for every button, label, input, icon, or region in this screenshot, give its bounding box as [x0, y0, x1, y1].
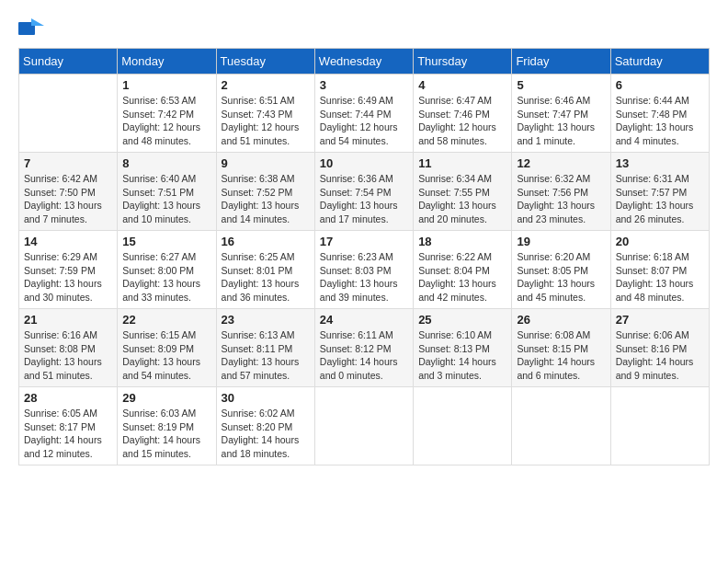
calendar-cell: 16Sunrise: 6:25 AM Sunset: 8:01 PM Dayli… — [216, 231, 314, 309]
calendar-cell: 19Sunrise: 6:20 AM Sunset: 8:05 PM Dayli… — [512, 231, 610, 309]
day-number: 27 — [616, 313, 704, 327]
calendar-cell: 25Sunrise: 6:10 AM Sunset: 8:13 PM Dayli… — [414, 309, 512, 387]
day-info: Sunrise: 6:49 AM Sunset: 7:44 PM Dayligh… — [320, 94, 408, 148]
day-number: 24 — [320, 313, 408, 327]
day-info: Sunrise: 6:06 AM Sunset: 8:16 PM Dayligh… — [616, 328, 704, 383]
calendar-cell — [314, 387, 413, 465]
calendar-cell: 23Sunrise: 6:13 AM Sunset: 8:11 PM Dayli… — [216, 309, 314, 387]
day-number: 6 — [616, 78, 704, 92]
day-number: 9 — [222, 156, 310, 170]
day-info: Sunrise: 6:08 AM Sunset: 8:15 PM Dayligh… — [517, 328, 605, 383]
logo-icon — [18, 18, 44, 39]
day-info: Sunrise: 6:29 AM Sunset: 7:59 PM Dayligh… — [24, 250, 112, 304]
day-info: Sunrise: 6:51 AM Sunset: 7:43 PM Dayligh… — [222, 94, 310, 148]
column-header-sunday: Sunday — [19, 49, 118, 75]
day-number: 23 — [222, 313, 310, 327]
day-number: 16 — [222, 235, 310, 248]
day-info: Sunrise: 6:23 AM Sunset: 8:03 PM Dayligh… — [320, 250, 408, 304]
calendar-cell: 10Sunrise: 6:36 AM Sunset: 7:54 PM Dayli… — [314, 153, 413, 231]
calendar: SundayMondayTuesdayWednesdayThursdayFrid… — [18, 48, 710, 465]
calendar-week-row: 28Sunrise: 6:05 AM Sunset: 8:17 PM Dayli… — [19, 387, 710, 465]
calendar-week-row: 14Sunrise: 6:29 AM Sunset: 7:59 PM Dayli… — [19, 231, 710, 309]
calendar-cell: 4Sunrise: 6:47 AM Sunset: 7:46 PM Daylig… — [414, 75, 512, 153]
day-info: Sunrise: 6:13 AM Sunset: 8:11 PM Dayligh… — [222, 328, 310, 383]
day-info: Sunrise: 6:27 AM Sunset: 8:00 PM Dayligh… — [122, 250, 210, 304]
calendar-cell: 7Sunrise: 6:42 AM Sunset: 7:50 PM Daylig… — [19, 153, 118, 231]
day-info: Sunrise: 6:47 AM Sunset: 7:46 PM Dayligh… — [418, 94, 506, 148]
calendar-cell: 22Sunrise: 6:15 AM Sunset: 8:09 PM Dayli… — [118, 309, 216, 387]
header — [18, 18, 710, 39]
day-number: 21 — [24, 313, 112, 327]
calendar-cell: 3Sunrise: 6:49 AM Sunset: 7:44 PM Daylig… — [314, 75, 413, 153]
day-info: Sunrise: 6:38 AM Sunset: 7:52 PM Dayligh… — [222, 172, 310, 226]
calendar-cell: 1Sunrise: 6:53 AM Sunset: 7:42 PM Daylig… — [118, 75, 216, 153]
day-number: 4 — [418, 78, 506, 92]
calendar-cell: 15Sunrise: 6:27 AM Sunset: 8:00 PM Dayli… — [118, 231, 216, 309]
calendar-cell: 8Sunrise: 6:40 AM Sunset: 7:51 PM Daylig… — [118, 153, 216, 231]
calendar-cell: 12Sunrise: 6:32 AM Sunset: 7:56 PM Dayli… — [512, 153, 610, 231]
column-header-monday: Monday — [118, 49, 216, 75]
day-info: Sunrise: 6:18 AM Sunset: 8:07 PM Dayligh… — [616, 250, 704, 304]
day-info: Sunrise: 6:03 AM Sunset: 8:19 PM Dayligh… — [122, 407, 210, 461]
day-number: 3 — [320, 78, 408, 92]
day-info: Sunrise: 6:11 AM Sunset: 8:12 PM Dayligh… — [320, 328, 408, 383]
calendar-cell: 30Sunrise: 6:02 AM Sunset: 8:20 PM Dayli… — [216, 387, 314, 465]
day-info: Sunrise: 6:16 AM Sunset: 8:08 PM Dayligh… — [24, 328, 112, 383]
day-info: Sunrise: 6:15 AM Sunset: 8:09 PM Dayligh… — [122, 328, 210, 383]
calendar-cell: 14Sunrise: 6:29 AM Sunset: 7:59 PM Dayli… — [19, 231, 118, 309]
calendar-cell: 24Sunrise: 6:11 AM Sunset: 8:12 PM Dayli… — [314, 309, 413, 387]
calendar-week-row: 21Sunrise: 6:16 AM Sunset: 8:08 PM Dayli… — [19, 309, 710, 387]
day-info: Sunrise: 6:05 AM Sunset: 8:17 PM Dayligh… — [24, 407, 112, 461]
day-info: Sunrise: 6:42 AM Sunset: 7:50 PM Dayligh… — [24, 172, 112, 226]
day-info: Sunrise: 6:20 AM Sunset: 8:05 PM Dayligh… — [517, 250, 605, 304]
day-number: 30 — [222, 391, 310, 405]
day-number: 20 — [616, 235, 704, 248]
day-number: 19 — [517, 235, 605, 248]
day-number: 13 — [616, 156, 704, 170]
calendar-cell — [19, 75, 118, 153]
day-number: 17 — [320, 235, 408, 248]
day-number: 18 — [418, 235, 506, 248]
column-header-thursday: Thursday — [414, 49, 512, 75]
day-info: Sunrise: 6:22 AM Sunset: 8:04 PM Dayligh… — [418, 250, 506, 304]
calendar-cell: 26Sunrise: 6:08 AM Sunset: 8:15 PM Dayli… — [512, 309, 610, 387]
day-number: 2 — [222, 78, 310, 92]
calendar-cell: 2Sunrise: 6:51 AM Sunset: 7:43 PM Daylig… — [216, 75, 314, 153]
column-header-friday: Friday — [512, 49, 610, 75]
calendar-cell: 28Sunrise: 6:05 AM Sunset: 8:17 PM Dayli… — [19, 387, 118, 465]
day-number: 11 — [418, 156, 506, 170]
day-number: 29 — [122, 391, 210, 405]
calendar-cell: 18Sunrise: 6:22 AM Sunset: 8:04 PM Dayli… — [414, 231, 512, 309]
calendar-week-row: 1Sunrise: 6:53 AM Sunset: 7:42 PM Daylig… — [19, 75, 710, 153]
calendar-cell: 20Sunrise: 6:18 AM Sunset: 8:07 PM Dayli… — [610, 231, 709, 309]
day-number: 28 — [24, 391, 112, 405]
day-info: Sunrise: 6:31 AM Sunset: 7:57 PM Dayligh… — [616, 172, 704, 226]
day-number: 14 — [24, 235, 112, 248]
day-number: 12 — [517, 156, 605, 170]
column-header-saturday: Saturday — [610, 49, 709, 75]
day-number: 15 — [122, 235, 210, 248]
day-number: 5 — [517, 78, 605, 92]
column-header-tuesday: Tuesday — [216, 49, 314, 75]
day-info: Sunrise: 6:32 AM Sunset: 7:56 PM Dayligh… — [517, 172, 605, 226]
svg-marker-1 — [31, 18, 44, 26]
day-number: 10 — [320, 156, 408, 170]
day-info: Sunrise: 6:25 AM Sunset: 8:01 PM Dayligh… — [222, 250, 310, 304]
day-number: 7 — [24, 156, 112, 170]
day-number: 25 — [418, 313, 506, 327]
day-info: Sunrise: 6:53 AM Sunset: 7:42 PM Dayligh… — [122, 94, 210, 148]
day-number: 22 — [122, 313, 210, 327]
calendar-header-row: SundayMondayTuesdayWednesdayThursdayFrid… — [19, 49, 710, 75]
calendar-cell: 29Sunrise: 6:03 AM Sunset: 8:19 PM Dayli… — [118, 387, 216, 465]
day-info: Sunrise: 6:34 AM Sunset: 7:55 PM Dayligh… — [418, 172, 506, 226]
day-info: Sunrise: 6:36 AM Sunset: 7:54 PM Dayligh… — [320, 172, 408, 226]
day-info: Sunrise: 6:02 AM Sunset: 8:20 PM Dayligh… — [222, 407, 310, 461]
calendar-cell: 13Sunrise: 6:31 AM Sunset: 7:57 PM Dayli… — [610, 153, 709, 231]
column-header-wednesday: Wednesday — [314, 49, 413, 75]
calendar-cell: 5Sunrise: 6:46 AM Sunset: 7:47 PM Daylig… — [512, 75, 610, 153]
day-info: Sunrise: 6:10 AM Sunset: 8:13 PM Dayligh… — [418, 328, 506, 383]
day-info: Sunrise: 6:44 AM Sunset: 7:48 PM Dayligh… — [616, 94, 704, 148]
calendar-cell: 9Sunrise: 6:38 AM Sunset: 7:52 PM Daylig… — [216, 153, 314, 231]
day-number: 8 — [122, 156, 210, 170]
calendar-cell — [414, 387, 512, 465]
